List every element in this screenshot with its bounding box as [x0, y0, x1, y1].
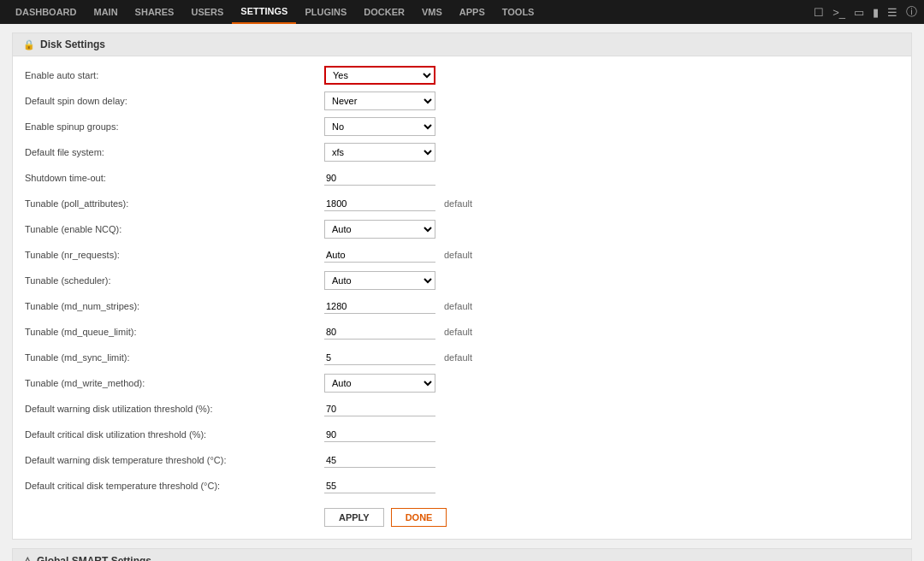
input-tunable-nr-requests[interactable]	[324, 247, 435, 263]
control-default-file-system: xfs ext4 btrfs	[324, 143, 435, 162]
control-default-spin-down-delay: Never 15 min 30 min 1 hour	[324, 92, 435, 110]
select-tunable-scheduler[interactable]: Auto cfq deadline noop	[324, 271, 435, 290]
select-tunable-md-write-method[interactable]: Auto reconstruct-write read-modify-write	[324, 374, 435, 393]
label-critical-temp-threshold: Default critical disk temperature thresh…	[25, 481, 324, 491]
nav-item-docker[interactable]: DOCKER	[355, 0, 413, 24]
lock-icon: 🔒	[23, 39, 35, 50]
nav-item-apps[interactable]: APPS	[451, 0, 494, 24]
label-shutdown-time-out: Shutdown time-out:	[25, 173, 324, 183]
input-critical-temp-threshold[interactable]	[324, 478, 435, 493]
field-critical-util-threshold: Default critical disk utilization thresh…	[25, 424, 899, 445]
control-critical-util-threshold	[324, 427, 435, 442]
label-tunable-scheduler: Tunable (scheduler):	[25, 275, 324, 286]
control-tunable-nr-requests: default	[324, 247, 472, 263]
label-tunable-poll-attributes: Tunable (poll_attributes):	[25, 198, 324, 209]
input-tunable-md-queue-limit[interactable]	[324, 324, 435, 340]
top-navigation: DASHBOARD MAIN SHARES USERS SETTINGS PLU…	[0, 0, 924, 24]
label-enable-auto-start: Enable auto start:	[25, 70, 324, 80]
field-tunable-md-num-stripes: Tunable (md_num_stripes): default	[25, 296, 899, 316]
field-tunable-md-queue-limit: Tunable (md_queue_limit): default	[25, 322, 899, 342]
field-tunable-md-write-method: Tunable (md_write_method): Auto reconstr…	[25, 373, 899, 393]
field-tunable-nr-requests: Tunable (nr_requests): default	[25, 245, 899, 265]
select-tunable-enable-ncq[interactable]: Auto Yes No	[324, 220, 435, 239]
label-critical-util-threshold: Default critical disk utilization thresh…	[25, 429, 324, 440]
input-warning-util-threshold[interactable]	[324, 401, 435, 416]
select-default-spin-down-delay[interactable]: Never 15 min 30 min 1 hour	[324, 92, 435, 110]
control-tunable-enable-ncq: Auto Yes No	[324, 220, 435, 239]
plus-icon: △	[23, 554, 32, 561]
field-tunable-enable-ncq: Tunable (enable NCQ): Auto Yes No	[25, 219, 899, 239]
label-tunable-nr-requests: Tunable (nr_requests):	[25, 250, 324, 260]
control-tunable-md-queue-limit: default	[324, 324, 472, 340]
control-enable-spinup-groups: No Yes	[324, 117, 435, 136]
control-warning-util-threshold	[324, 401, 435, 416]
help-icon[interactable]: ⓘ	[906, 4, 917, 20]
field-enable-spinup-groups: Enable spinup groups: No Yes	[25, 116, 899, 137]
default-label-nr-requests: default	[444, 250, 472, 260]
select-default-file-system[interactable]: xfs ext4 btrfs	[324, 143, 435, 162]
label-default-file-system: Default file system:	[25, 147, 324, 157]
nav-item-plugins[interactable]: PLUGINS	[296, 0, 355, 24]
select-enable-spinup-groups[interactable]: No Yes	[324, 117, 435, 136]
input-tunable-md-sync-limit[interactable]	[324, 350, 435, 365]
nav-item-main[interactable]: MAIN	[86, 0, 127, 24]
control-shutdown-time-out	[324, 170, 435, 186]
screen-icon[interactable]: ▮	[873, 6, 879, 19]
label-tunable-md-queue-limit: Tunable (md_queue_limit):	[25, 327, 324, 337]
control-warning-temp-threshold	[324, 452, 435, 468]
control-tunable-scheduler: Auto cfq deadline noop	[324, 271, 435, 290]
done-button[interactable]: DONE	[391, 508, 447, 527]
label-tunable-md-write-method: Tunable (md_write_method):	[25, 378, 324, 388]
field-warning-util-threshold: Default warning disk utilization thresho…	[25, 399, 899, 419]
label-tunable-md-num-stripes: Tunable (md_num_stripes):	[25, 301, 324, 311]
field-tunable-scheduler: Tunable (scheduler): Auto cfq deadline n…	[25, 270, 899, 291]
nav-item-settings[interactable]: SETTINGS	[232, 0, 296, 24]
control-tunable-md-write-method: Auto reconstruct-write read-modify-write	[324, 374, 435, 393]
default-label-md-queue-limit: default	[444, 327, 472, 337]
label-tunable-enable-ncq: Tunable (enable NCQ):	[25, 224, 324, 234]
monitor-icon[interactable]: ▭	[854, 6, 864, 19]
input-shutdown-time-out[interactable]	[324, 170, 435, 186]
nav-item-vms[interactable]: VMS	[413, 0, 451, 24]
disk-settings-header: 🔒 Disk Settings	[13, 33, 911, 56]
button-row: APPLY DONE	[25, 508, 899, 527]
label-default-spin-down-delay: Default spin down delay:	[25, 96, 324, 106]
control-tunable-md-num-stripes: default	[324, 298, 472, 314]
nav-item-tools[interactable]: TOOLS	[494, 0, 543, 24]
nav-item-dashboard[interactable]: DASHBOARD	[7, 0, 86, 24]
field-tunable-poll-attributes: Tunable (poll_attributes): default	[25, 193, 899, 214]
input-critical-util-threshold[interactable]	[324, 427, 435, 442]
disk-settings-title: Disk Settings	[40, 38, 105, 50]
control-tunable-md-sync-limit: default	[324, 350, 472, 365]
field-shutdown-time-out: Shutdown time-out:	[25, 168, 899, 188]
input-warning-temp-threshold[interactable]	[324, 452, 435, 468]
layers-icon[interactable]: ☰	[887, 6, 897, 19]
nav-items: DASHBOARD MAIN SHARES USERS SETTINGS PLU…	[7, 0, 814, 24]
default-label-poll-attributes: default	[444, 198, 472, 209]
label-enable-spinup-groups: Enable spinup groups:	[25, 121, 324, 132]
field-critical-temp-threshold: Default critical disk temperature thresh…	[25, 475, 899, 496]
field-default-spin-down-delay: Default spin down delay: Never 15 min 30…	[25, 91, 899, 111]
field-enable-auto-start: Enable auto start: Yes No	[25, 65, 899, 86]
control-enable-auto-start: Yes No	[324, 66, 435, 85]
smart-settings-title: Global SMART Settings	[37, 555, 151, 562]
nav-item-users[interactable]: USERS	[182, 0, 232, 24]
nav-item-shares[interactable]: SHARES	[127, 0, 183, 24]
terminal-icon[interactable]: >_	[832, 6, 845, 19]
select-enable-auto-start[interactable]: Yes No	[324, 66, 435, 85]
user-icon[interactable]: ☐	[814, 6, 824, 19]
field-warning-temp-threshold: Default warning disk temperature thresho…	[25, 450, 899, 470]
input-tunable-poll-attributes[interactable]	[324, 196, 435, 211]
default-label-md-num-stripes: default	[444, 301, 472, 311]
label-warning-util-threshold: Default warning disk utilization thresho…	[25, 404, 324, 414]
smart-settings-section[interactable]: △ Global SMART Settings	[12, 548, 912, 561]
control-tunable-poll-attributes: default	[324, 196, 472, 211]
field-tunable-md-sync-limit: Tunable (md_sync_limit): default	[25, 347, 899, 368]
label-warning-temp-threshold: Default warning disk temperature thresho…	[25, 455, 324, 465]
input-tunable-md-num-stripes[interactable]	[324, 298, 435, 314]
label-tunable-md-sync-limit: Tunable (md_sync_limit):	[25, 352, 324, 363]
field-default-file-system: Default file system: xfs ext4 btrfs	[25, 142, 899, 162]
apply-button[interactable]: APPLY	[324, 508, 384, 527]
default-label-md-sync-limit: default	[444, 352, 472, 363]
control-critical-temp-threshold	[324, 478, 435, 493]
